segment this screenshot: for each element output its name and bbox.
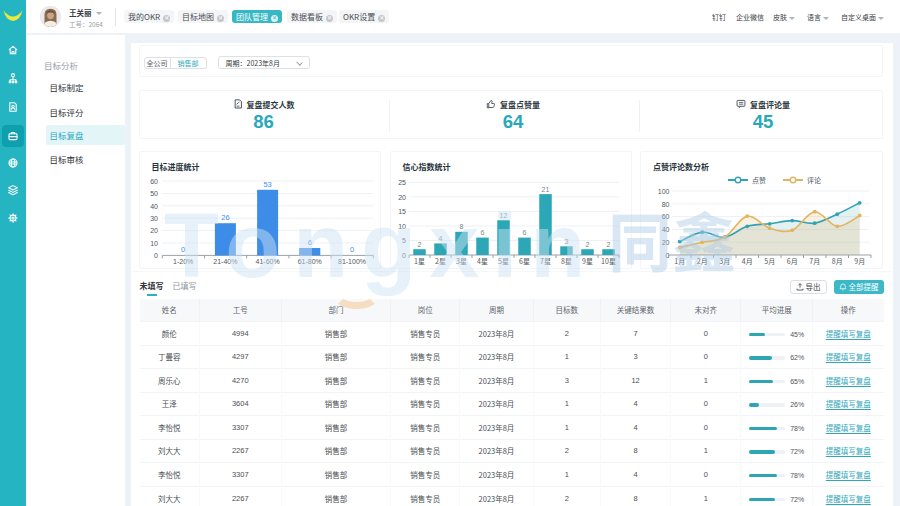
svg-text:50: 50 <box>150 190 158 197</box>
svg-text:1-20%: 1-20% <box>173 257 193 264</box>
svg-text:8星: 8星 <box>561 255 572 265</box>
svg-text:评论: 评论 <box>807 175 821 185</box>
svg-text:3: 3 <box>564 237 568 244</box>
svg-text:6: 6 <box>480 229 484 236</box>
svg-text:41-60%: 41-60% <box>255 257 279 264</box>
svg-text:2: 2 <box>606 240 610 247</box>
svg-text:100: 100 <box>658 187 670 194</box>
svg-text:6: 6 <box>522 229 526 236</box>
svg-text:60: 60 <box>662 213 670 220</box>
svg-text:9星: 9星 <box>582 255 593 265</box>
svg-text:6星: 6星 <box>519 255 530 265</box>
svg-text:40: 40 <box>662 226 670 233</box>
svg-text:0: 0 <box>349 245 353 254</box>
svg-text:8: 8 <box>459 223 463 230</box>
svg-text:61-80%: 61-80% <box>297 257 321 264</box>
svg-text:53: 53 <box>263 179 271 188</box>
svg-text:10: 10 <box>150 239 158 246</box>
svg-text:20: 20 <box>662 239 670 246</box>
svg-text:12: 12 <box>499 211 507 218</box>
svg-text:30: 30 <box>150 215 158 222</box>
svg-text:1星: 1星 <box>414 255 425 265</box>
svg-text:3月: 3月 <box>719 255 730 265</box>
svg-text:5: 5 <box>402 237 406 244</box>
svg-text:2: 2 <box>585 240 589 247</box>
svg-text:7星: 7星 <box>540 255 551 265</box>
svg-text:4星: 4星 <box>477 255 488 265</box>
svg-text:81-100%: 81-100% <box>337 257 365 264</box>
svg-text:6月: 6月 <box>787 255 798 265</box>
svg-text:80: 80 <box>662 200 670 207</box>
svg-text:5星: 5星 <box>498 255 509 265</box>
svg-text:20: 20 <box>150 227 158 234</box>
svg-text:1月: 1月 <box>674 255 685 265</box>
svg-text:10星: 10星 <box>601 255 616 265</box>
svg-text:2月: 2月 <box>697 255 708 265</box>
svg-text:26: 26 <box>221 213 229 222</box>
svg-text:0: 0 <box>181 245 185 254</box>
svg-text:25: 25 <box>398 179 406 186</box>
svg-text:7月: 7月 <box>809 255 820 265</box>
svg-text:60: 60 <box>150 177 158 184</box>
svg-text:2星: 2星 <box>435 255 446 265</box>
svg-text:点赞: 点赞 <box>752 175 766 185</box>
svg-text:5月: 5月 <box>764 255 775 265</box>
svg-text:21-40%: 21-40% <box>213 257 237 264</box>
svg-text:15: 15 <box>398 208 406 215</box>
svg-text:40: 40 <box>150 202 158 209</box>
svg-text:20: 20 <box>398 193 406 200</box>
svg-text:3星: 3星 <box>456 255 467 265</box>
svg-text:9月: 9月 <box>854 255 865 265</box>
svg-text:8月: 8月 <box>832 255 843 265</box>
svg-text:4: 4 <box>438 234 442 241</box>
svg-text:0: 0 <box>154 252 158 259</box>
svg-text:4月: 4月 <box>742 255 753 265</box>
svg-text:0: 0 <box>402 251 406 258</box>
svg-text:21: 21 <box>541 185 549 192</box>
svg-text:10: 10 <box>398 222 406 229</box>
svg-text:2: 2 <box>417 240 421 247</box>
svg-text:6: 6 <box>307 238 311 247</box>
